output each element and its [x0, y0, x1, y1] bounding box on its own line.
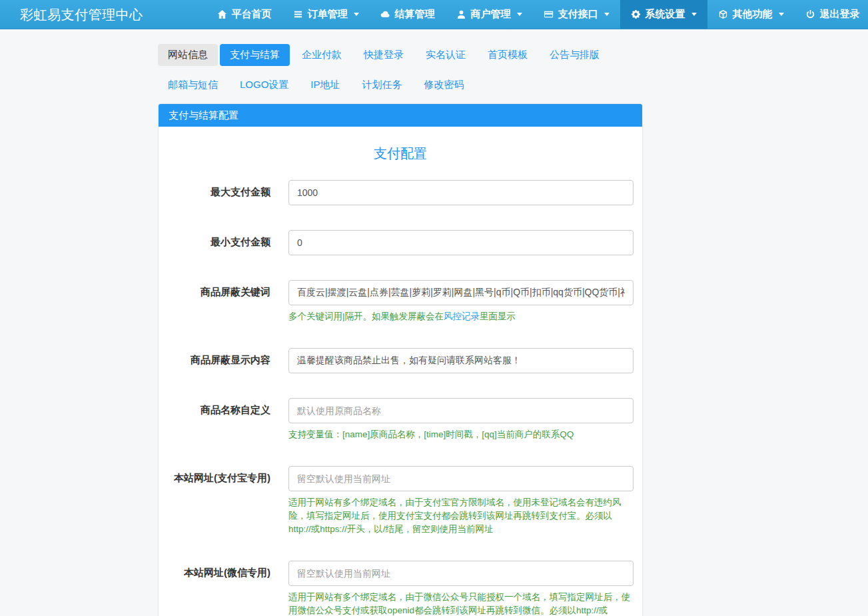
input-商品名称自定义[interactable] — [288, 398, 634, 423]
form-group: 商品屏蔽关键词 多个关键词用|隔开。如果触发屏蔽会在风控记录里面显示 — [159, 280, 642, 323]
gear-icon — [631, 9, 641, 19]
nav-item-退出登录[interactable]: 退出登录 — [795, 0, 868, 29]
tab-首页模板[interactable]: 首页模板 — [478, 44, 538, 66]
home-icon — [217, 9, 227, 19]
tab-row-2: 邮箱与短信LOGO设置IP地址计划任务修改密码 — [158, 74, 643, 96]
helper-text: 适用于网站有多个绑定域名，由于支付宝官方限制域名，使用未登记域名会有违约风险，填… — [288, 496, 634, 536]
top-navbar: 彩虹易支付管理中心 平台首页 订单管理 结算管理 商户管理 支付接口 系统设置 … — [0, 0, 868, 29]
tab-邮箱与短信[interactable]: 邮箱与短信 — [158, 74, 228, 96]
tab-支付与结算[interactable]: 支付与结算 — [220, 44, 290, 66]
cube-icon — [718, 9, 728, 19]
form-group: 本站网址(支付宝专用) 适用于网站有多个绑定域名，由于支付宝官方限制域名，使用未… — [159, 466, 642, 536]
tab-网站信息[interactable]: 网站信息 — [158, 44, 218, 66]
caret-down-icon — [604, 13, 610, 16]
field-label: 最小支付金额 — [159, 230, 270, 255]
credit-card-icon — [544, 9, 554, 19]
field-label: 最大支付金额 — [159, 180, 270, 205]
field-label: 本站网址(支付宝专用) — [159, 466, 270, 536]
brand-title: 彩虹易支付管理中心 — [20, 0, 143, 29]
input-商品屏蔽关键词[interactable] — [288, 280, 634, 305]
form-group: 本站网址(微信专用) 适用于网站有多个绑定域名，由于微信公众号只能授权一个域名，… — [159, 561, 642, 616]
cloud-icon — [380, 9, 390, 19]
form-group: 商品屏蔽显示内容 — [159, 348, 642, 373]
tab-修改密码[interactable]: 修改密码 — [414, 74, 474, 96]
panel-body: 支付配置 最大支付金额 最小支付金额 商品屏蔽关键词 多个关键词用|隔开。如果触… — [159, 127, 642, 616]
input-本站网址(微信专用)[interactable] — [288, 561, 634, 586]
power-icon — [805, 9, 815, 19]
nav-item-订单管理[interactable]: 订单管理 — [282, 0, 370, 29]
field-label: 本站网址(微信专用) — [159, 561, 270, 616]
form-group: 商品名称自定义 支持变量值：[name]原商品名称，[time]时间戳，[qq]… — [159, 398, 642, 441]
nav-menu: 平台首页 订单管理 结算管理 商户管理 支付接口 系统设置 其他功能 退出登录 — [207, 0, 868, 29]
tab-实名认证[interactable]: 实名认证 — [416, 44, 476, 66]
tab-LOGO设置[interactable]: LOGO设置 — [230, 74, 298, 96]
tab-row-1: 网站信息支付与结算企业付款快捷登录实名认证首页模板公告与排版 — [158, 44, 643, 66]
helper-text: 适用于网站有多个绑定域名，由于微信公众号只能授权一个域名，填写指定网址后，使用微… — [288, 591, 634, 616]
tab-计划任务[interactable]: 计划任务 — [352, 74, 412, 96]
input-商品屏蔽显示内容[interactable] — [288, 348, 634, 373]
tab-IP地址[interactable]: IP地址 — [300, 74, 350, 96]
caret-down-icon — [779, 13, 784, 16]
caret-down-icon — [354, 13, 359, 16]
field-label: 商品屏蔽关键词 — [159, 280, 270, 323]
list-icon — [293, 9, 303, 19]
helper-text: 多个关键词用|隔开。如果触发屏蔽会在风控记录里面显示 — [288, 310, 634, 323]
nav-item-结算管理[interactable]: 结算管理 — [370, 0, 446, 29]
user-icon — [456, 9, 466, 19]
payment-config-form: 最大支付金额 最小支付金额 商品屏蔽关键词 多个关键词用|隔开。如果触发屏蔽会在… — [159, 180, 642, 616]
form-group: 最大支付金额 — [159, 180, 642, 205]
nav-item-平台首页[interactable]: 平台首页 — [207, 0, 282, 29]
main-content: 网站信息支付与结算企业付款快捷登录实名认证首页模板公告与排版 邮箱与短信LOGO… — [158, 44, 643, 616]
input-最大支付金额[interactable] — [288, 180, 634, 205]
form-group: 最小支付金额 — [159, 230, 642, 255]
helper-text: 支持变量值：[name]原商品名称，[time]时间戳，[qq]当前商户的联系Q… — [288, 428, 634, 441]
input-本站网址(支付宝专用)[interactable] — [288, 466, 634, 491]
settings-tabs: 网站信息支付与结算企业付款快捷登录实名认证首页模板公告与排版 邮箱与短信LOGO… — [158, 44, 643, 96]
tab-快捷登录[interactable]: 快捷登录 — [354, 44, 414, 66]
field-label: 商品名称自定义 — [159, 398, 270, 441]
caret-down-icon — [691, 13, 697, 16]
nav-item-其他功能[interactable]: 其他功能 — [707, 0, 795, 29]
tab-公告与排版[interactable]: 公告与排版 — [540, 44, 610, 66]
caret-down-icon — [517, 13, 522, 16]
tab-企业付款[interactable]: 企业付款 — [292, 44, 352, 66]
section-title: 支付配置 — [159, 145, 642, 163]
nav-item-商户管理[interactable]: 商户管理 — [446, 0, 533, 29]
panel-header: 支付与结算配置 — [159, 104, 642, 127]
settings-panel: 支付与结算配置 支付配置 最大支付金额 最小支付金额 商品屏蔽关键词 多个关键词… — [158, 103, 643, 616]
nav-item-支付接口[interactable]: 支付接口 — [533, 0, 620, 29]
risk-record-link[interactable]: 风控记录 — [444, 311, 480, 321]
input-最小支付金额[interactable] — [288, 230, 634, 255]
field-label: 商品屏蔽显示内容 — [159, 348, 270, 373]
nav-item-系统设置[interactable]: 系统设置 — [620, 0, 707, 29]
